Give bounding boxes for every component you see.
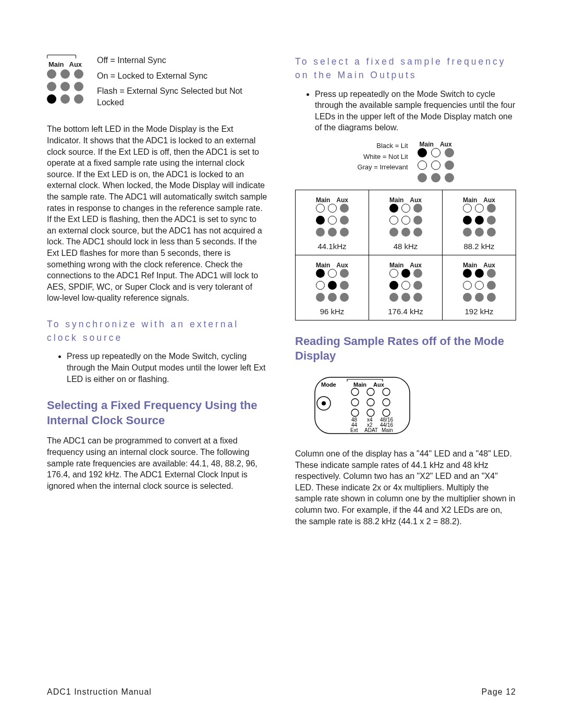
footer-title: ADC1 Instruction Manual bbox=[47, 687, 152, 697]
fixed-frequency-paragraph: The ADC1 can be programmed to convert at… bbox=[47, 435, 268, 491]
label-aux: Aux bbox=[69, 60, 82, 68]
rl-c1: Ext bbox=[350, 427, 358, 433]
subhead-select-fixed: To select a fixed sample frequency on th… bbox=[295, 55, 516, 82]
select-fixed-step-1: Press up repeatedly on the Mode Switch t… bbox=[315, 89, 516, 133]
ext-indicator-figure: Main Aux Off = Internal Sync On = Locked… bbox=[47, 55, 268, 112]
svg-point-9 bbox=[351, 409, 359, 416]
sync-external-steps: Press up repeatedly on the Mode Switch, … bbox=[47, 351, 268, 385]
led-key: Black = Lit White = Not Lit Gray = Irrel… bbox=[295, 141, 516, 186]
mode-label: Mode bbox=[321, 381, 336, 388]
ext-led-grid: Main Aux bbox=[47, 55, 83, 112]
right-column: To select a fixed sample frequency on th… bbox=[295, 55, 516, 534]
mode-main: Main bbox=[353, 381, 366, 388]
svg-point-8 bbox=[383, 399, 390, 406]
page-footer: ADC1 Instruction Manual Page 12 bbox=[47, 687, 516, 697]
legend-flash: Flash = External Sync Selected but Not L… bbox=[97, 85, 268, 108]
heading-fixed-frequency: Selecting a Fixed Frequency Using the In… bbox=[47, 398, 268, 428]
heading-reading-sample-rates: Reading Sample Rates off of the Mode Dis… bbox=[295, 334, 516, 364]
key-black: Black = Lit bbox=[357, 141, 408, 152]
svg-point-6 bbox=[351, 399, 359, 406]
footer-page: Page 12 bbox=[481, 687, 516, 697]
left-column: Main Aux Off = Internal Sync On = Locked… bbox=[47, 55, 268, 534]
subhead-sync-external: To synchronize with an external clock so… bbox=[47, 317, 268, 345]
key-gray: Gray = Irrelevant bbox=[357, 162, 408, 173]
svg-point-11 bbox=[383, 409, 390, 416]
key-led-grid: Main Aux bbox=[418, 141, 454, 186]
select-fixed-steps: Press up repeatedly on the Mode Switch t… bbox=[295, 89, 516, 133]
sample-rate-diagram: MainAux96 kHz bbox=[296, 255, 369, 320]
key-white: White = Not Lit bbox=[357, 152, 408, 163]
svg-point-3 bbox=[351, 388, 359, 396]
svg-point-5 bbox=[383, 388, 390, 396]
sample-rate-diagram: MainAux44.1kHz bbox=[296, 190, 369, 255]
label-main: Main bbox=[48, 60, 64, 68]
reading-rates-paragraph: Column one of the display has a "44" LED… bbox=[295, 448, 516, 527]
sample-rate-diagram: MainAux48 kHz bbox=[369, 190, 442, 255]
ext-indicator-paragraph: The bottom left LED in the Mode Display … bbox=[47, 124, 268, 304]
mode-aux: Aux bbox=[373, 381, 385, 388]
mode-display-figure: Mode Main Aux 48 x4 48/16 44 x2 bbox=[295, 371, 436, 439]
svg-point-10 bbox=[367, 409, 374, 416]
sample-rate-diagram: MainAux176.4 kHz bbox=[369, 255, 442, 320]
sample-rate-diagram: MainAux88.2 kHz bbox=[442, 190, 516, 255]
key-main: Main bbox=[420, 141, 434, 148]
sample-rate-diagrams: MainAux44.1kHzMainAux48 kHzMainAux88.2 k… bbox=[295, 190, 516, 320]
legend-off: Off = Internal Sync bbox=[97, 55, 268, 66]
sync-external-step-1: Press up repeatedly on the Mode Switch, … bbox=[67, 351, 268, 385]
svg-point-7 bbox=[367, 399, 374, 406]
rl-c2: ADAT bbox=[364, 427, 378, 433]
key-aux: Aux bbox=[440, 141, 452, 148]
sample-rate-diagram: MainAux192 kHz bbox=[442, 255, 516, 320]
svg-point-4 bbox=[367, 388, 374, 396]
ext-legend: Off = Internal Sync On = Locked to Exter… bbox=[97, 55, 268, 112]
svg-point-2 bbox=[322, 401, 326, 405]
legend-on: On = Locked to External Sync bbox=[97, 70, 268, 82]
rl-c3: Main bbox=[382, 427, 393, 433]
